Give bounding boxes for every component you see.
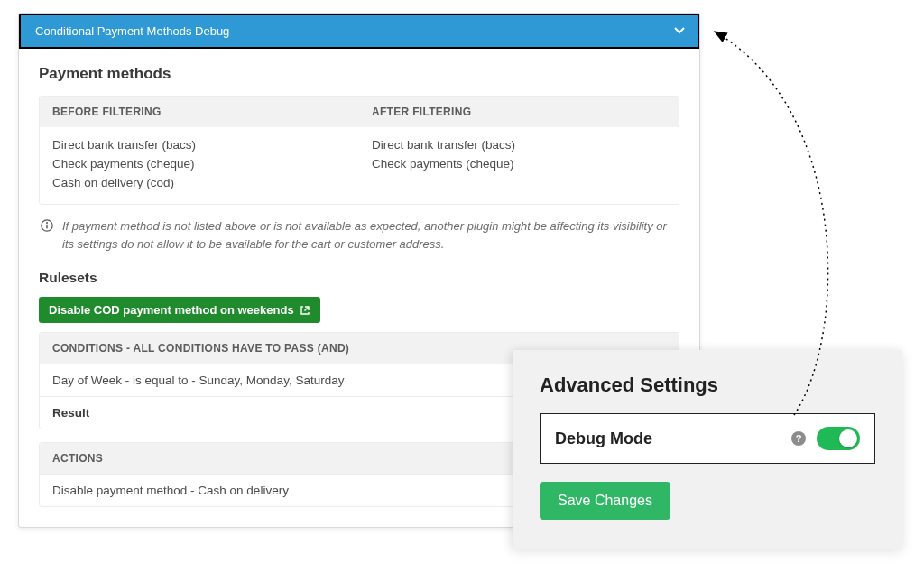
advanced-settings-title: Advanced Settings [540, 374, 875, 397]
payment-methods-heading: Payment methods [39, 65, 679, 83]
after-filtering-cell: Direct bank transfer (bacs) Check paymen… [359, 127, 679, 204]
svg-point-1 [46, 222, 48, 224]
table-row: Direct bank transfer (bacs) Check paymen… [40, 127, 679, 204]
debug-panel-title: Conditional Payment Methods Debug [35, 24, 229, 38]
save-button[interactable]: Save Changes [540, 482, 670, 520]
list-item: Check payments (cheque) [372, 155, 666, 174]
before-filtering-cell: Direct bank transfer (bacs) Check paymen… [40, 127, 359, 204]
debug-mode-row: Debug Mode ? [540, 413, 875, 464]
before-filtering-header: BEFORE FILTERING [40, 97, 359, 127]
info-icon [41, 219, 53, 237]
list-item: Cash on delivery (cod) [52, 174, 346, 193]
chevron-down-icon [672, 23, 687, 40]
payment-methods-table: BEFORE FILTERING AFTER FILTERING Direct … [39, 96, 679, 205]
debug-mode-label: Debug Mode [555, 429, 652, 448]
external-link-icon [300, 305, 310, 316]
debug-mode-controls: ? [791, 427, 860, 450]
table-header-row: BEFORE FILTERING AFTER FILTERING [40, 97, 679, 127]
list-item: Direct bank transfer (bacs) [52, 136, 346, 155]
svg-rect-2 [46, 225, 47, 229]
list-item: Direct bank transfer (bacs) [372, 136, 666, 155]
advanced-settings-card: Advanced Settings Debug Mode ? Save Chan… [513, 350, 902, 549]
info-note-text: If payment method is not listed above or… [62, 217, 679, 254]
debug-mode-toggle[interactable] [817, 427, 860, 450]
after-filtering-header: AFTER FILTERING [359, 97, 679, 127]
ruleset-chip-label: Disable COD payment method on weekends [49, 303, 294, 317]
debug-panel-header[interactable]: Conditional Payment Methods Debug [19, 14, 699, 49]
rulesets-heading: Rulesets [39, 270, 679, 286]
ruleset-chip[interactable]: Disable COD payment method on weekends [39, 297, 320, 323]
list-item: Check payments (cheque) [52, 155, 346, 174]
info-note: If payment method is not listed above or… [39, 217, 679, 254]
help-icon[interactable]: ? [791, 431, 806, 446]
